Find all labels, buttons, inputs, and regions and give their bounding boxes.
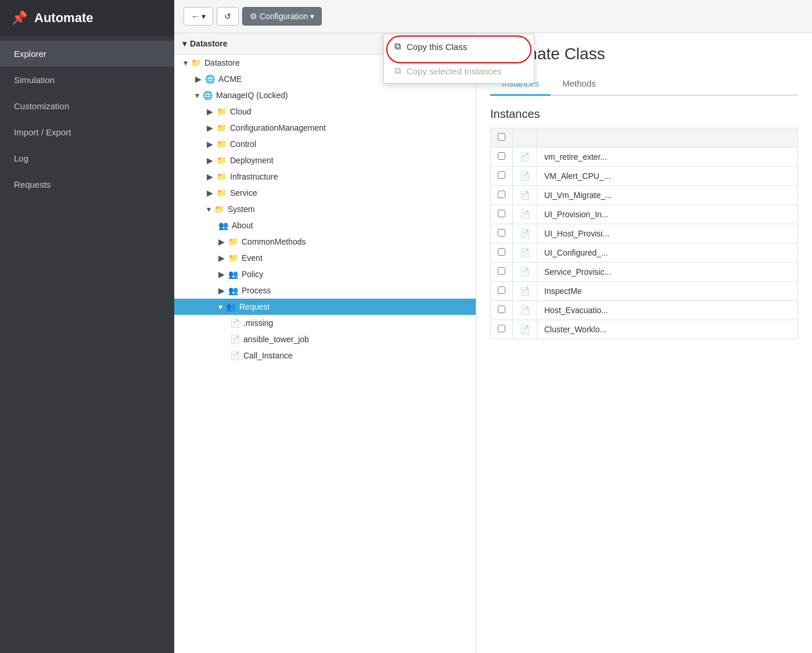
node-label: ConfigurationManagement xyxy=(230,123,326,132)
row-name[interactable]: UI_Host_Provisi... xyxy=(537,224,798,243)
app-title: Automate xyxy=(34,10,93,26)
class-icon: 👥 xyxy=(228,286,238,295)
row-checkbox[interactable] xyxy=(498,267,505,275)
table-row: 📄 Cluster_Worklo... xyxy=(491,320,798,339)
node-label: Policy xyxy=(242,270,263,279)
expand-icon: ▾ xyxy=(195,91,199,100)
configuration-label: Configuration xyxy=(260,12,308,21)
configuration-button[interactable]: ⚙ Configuration ▾ xyxy=(242,7,322,26)
tree-node-manageiq[interactable]: ▾ 🌐 ManageIQ (Locked) xyxy=(174,87,476,103)
tab-methods[interactable]: Methods xyxy=(551,73,608,96)
expand-icon: ▶ xyxy=(207,156,213,165)
row-checkbox-cell[interactable] xyxy=(491,224,513,243)
expand-icon: ▶ xyxy=(207,139,213,149)
tree-node-missing[interactable]: 📄 .missing xyxy=(174,315,476,331)
tree-node-configmgmt[interactable]: ▶ 📁 ConfigurationManagement xyxy=(174,120,476,136)
back-button[interactable]: ← ▾ xyxy=(184,7,213,26)
back-icon: ← xyxy=(191,12,199,21)
row-icon-cell: 📄 xyxy=(513,167,537,186)
row-checkbox-cell[interactable] xyxy=(491,282,513,301)
sidebar-item-log[interactable]: Log xyxy=(0,145,174,171)
refresh-button[interactable]: ↺ xyxy=(217,7,239,26)
sidebar-item-requests[interactable]: Requests xyxy=(0,171,174,198)
row-name[interactable]: InspectMe xyxy=(537,282,798,301)
sidebar-item-explorer[interactable]: Explorer xyxy=(0,41,174,67)
tree-node-commonmethods[interactable]: ▶ 📁 CommonMethods xyxy=(174,234,476,250)
sidebar-item-import-export[interactable]: Import / Export xyxy=(0,119,174,145)
tree-node-call-instance[interactable]: 📄 Call_Instance xyxy=(174,347,476,364)
row-checkbox-cell[interactable] xyxy=(491,167,513,186)
row-name[interactable]: UI_Configured_... xyxy=(537,243,798,263)
row-name[interactable]: Service_Provisic... xyxy=(537,263,798,282)
row-checkbox[interactable] xyxy=(498,191,505,198)
tree-node-control[interactable]: ▶ 📁 Control xyxy=(174,136,476,152)
copy-class-menu-item[interactable]: ⧉ Copy this Class xyxy=(384,34,534,59)
row-checkbox[interactable] xyxy=(498,229,505,236)
expand-icon: ▶ xyxy=(207,172,213,181)
row-name[interactable]: vm_retire_exter... xyxy=(537,148,798,167)
row-name[interactable]: Cluster_Worklo... xyxy=(537,320,798,339)
right-panel: Automate Class Instances Methods Instanc… xyxy=(476,33,812,653)
node-label: ACME xyxy=(218,74,242,84)
main-area: ← ▾ ↺ ⚙ Configuration ▾ ⧉ Copy this Clas… xyxy=(174,0,812,653)
row-icon-cell: 📄 xyxy=(513,320,537,339)
tree-node-about[interactable]: 👥 About xyxy=(174,217,476,234)
row-checkbox-cell[interactable] xyxy=(491,148,513,167)
row-checkbox[interactable] xyxy=(498,286,505,294)
tabs: Instances Methods xyxy=(490,73,798,96)
row-checkbox-cell[interactable] xyxy=(491,186,513,205)
tree-node-event[interactable]: ▶ 📁 Event xyxy=(174,250,476,266)
row-checkbox-cell[interactable] xyxy=(491,243,513,263)
table-row: 📄 vm_retire_exter... xyxy=(491,148,798,167)
row-checkbox-cell[interactable] xyxy=(491,205,513,224)
expand-icon: ▶ xyxy=(218,237,225,246)
instance-icon: 📄 xyxy=(230,318,240,328)
col-icon xyxy=(513,128,537,148)
sidebar: 📌 Automate Explorer Simulation Customiza… xyxy=(0,0,174,653)
expand-icon: ▶ xyxy=(207,107,213,116)
tree-node-request[interactable]: ▾ 👥 Request xyxy=(174,299,476,315)
select-all-checkbox[interactable] xyxy=(498,133,505,141)
row-name[interactable]: Host_Evacuatio... xyxy=(537,301,798,320)
row-checkbox[interactable] xyxy=(498,171,505,179)
tree-node-system[interactable]: ▾ 📁 System xyxy=(174,201,476,217)
row-name[interactable]: UI_Vm_Migrate_... xyxy=(537,186,798,205)
row-checkbox-cell[interactable] xyxy=(491,301,513,320)
row-icon-cell: 📄 xyxy=(513,282,537,301)
copy-instances-label: Copy selected Instances xyxy=(407,66,501,76)
tree-node-deployment[interactable]: ▶ 📁 Deployment xyxy=(174,152,476,168)
row-checkbox[interactable] xyxy=(498,306,505,313)
tree-node-service[interactable]: ▶ 📁 Service xyxy=(174,185,476,201)
row-icon-cell: 📄 xyxy=(513,263,537,282)
tree-node-policy[interactable]: ▶ 👥 Policy xyxy=(174,266,476,282)
row-name[interactable]: VM_Alert_CPU_... xyxy=(537,167,798,186)
toolbar: ← ▾ ↺ ⚙ Configuration ▾ ⧉ Copy this Clas… xyxy=(174,0,812,33)
tree-node-ansible[interactable]: 📄 ansible_tower_job xyxy=(174,331,476,347)
row-checkbox[interactable] xyxy=(498,152,505,160)
row-name[interactable]: UI_Provision_In... xyxy=(537,205,798,224)
row-checkbox-cell[interactable] xyxy=(491,320,513,339)
tree-node-process[interactable]: ▶ 👥 Process xyxy=(174,282,476,299)
tree-node-cloud[interactable]: ▶ 📁 Cloud xyxy=(174,103,476,120)
row-checkbox[interactable] xyxy=(498,210,505,217)
folder-icon: 📁 xyxy=(217,107,227,116)
sidebar-item-simulation[interactable]: Simulation xyxy=(0,67,174,93)
node-label: System xyxy=(228,204,255,214)
row-checkbox-cell[interactable] xyxy=(491,263,513,282)
row-checkbox[interactable] xyxy=(498,248,505,256)
class-icon: 👥 xyxy=(228,270,238,279)
instance-icon: 📄 xyxy=(230,351,240,360)
table-row: 📄 UI_Host_Provisi... xyxy=(491,224,798,243)
row-checkbox[interactable] xyxy=(498,325,505,332)
sidebar-item-customization[interactable]: Customization xyxy=(0,93,174,119)
table-row: 📄 UI_Provision_In... xyxy=(491,205,798,224)
globe-icon: 🌐 xyxy=(203,91,213,100)
pin-icon: 📌 xyxy=(12,10,27,26)
table-row: 📄 UI_Vm_Migrate_... xyxy=(491,186,798,205)
instances-title: Instances xyxy=(490,107,798,121)
sidebar-header: 📌 Automate xyxy=(0,0,174,36)
node-label: ansible_tower_job xyxy=(243,335,309,344)
copy-instances-menu-item[interactable]: ⧉ Copy selected Instances xyxy=(384,59,534,83)
row-icon-cell: 📄 xyxy=(513,243,537,263)
tree-node-infrastructure[interactable]: ▶ 📁 Infrastructure xyxy=(174,168,476,185)
